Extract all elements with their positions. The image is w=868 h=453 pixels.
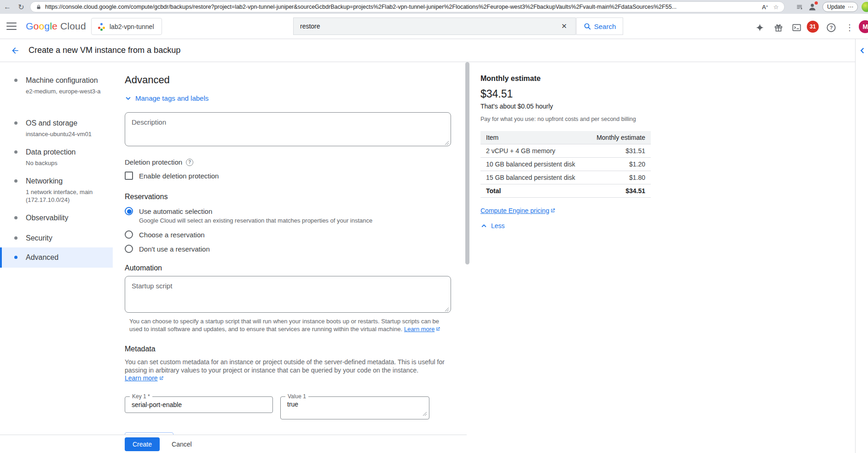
browser-menu-icon[interactable]: ⋯ (848, 4, 853, 10)
sidebar-item-label: Observability (26, 213, 107, 223)
field-label: Value 1 (285, 393, 308, 400)
learn-more-label: Learn more (125, 374, 158, 382)
search-button[interactable]: Search (576, 17, 623, 35)
step-dot-icon (14, 150, 17, 154)
learn-more-link[interactable]: Learn more (125, 374, 164, 382)
external-link-icon (550, 208, 556, 213)
radio-help-text: Google Cloud will select an existing res… (139, 217, 451, 224)
read-aloud-icon[interactable]: Aʻ (762, 4, 768, 11)
estimate-heading: Monthly estimate (480, 75, 651, 83)
nav-menu-icon[interactable] (6, 22, 17, 31)
notification-count: 31 (810, 23, 816, 30)
radio-selected[interactable] (125, 207, 133, 215)
form-scrollbar[interactable] (465, 62, 469, 264)
browser-essentials-icon[interactable] (862, 2, 868, 12)
page-title-bar: Create a new VM instance from a backup (0, 39, 855, 62)
radio-unselected[interactable] (125, 230, 133, 239)
cancel-button[interactable]: Cancel (172, 441, 192, 448)
sidebar-item-sublabel: instance-ubuntu24-vm01 (26, 130, 103, 138)
sidebar-item-observability[interactable]: Observability (0, 208, 113, 228)
page-title: Create a new VM instance from a backup (29, 46, 180, 55)
create-button[interactable]: Create (125, 437, 160, 451)
browser-refresh-icon[interactable]: ↻ (15, 0, 28, 14)
favorites-star-icon[interactable]: ☆ (773, 4, 779, 11)
svg-text:?: ? (830, 25, 833, 30)
step-dot-icon (14, 79, 17, 82)
sidebar-item-os-and-storage[interactable]: OS and storage instance-ubuntu24-vm01 (0, 113, 113, 143)
help-icon[interactable]: ? (825, 22, 837, 34)
description-textarea[interactable] (125, 112, 451, 146)
sidebar-item-sublabel: No backups (26, 159, 103, 167)
reservation-option-none[interactable]: Don't use a reservation (125, 245, 451, 253)
sidebar-item-data-protection[interactable]: Data protection No backups (0, 142, 113, 172)
search-value: restore (300, 23, 559, 30)
sidebar-item-advanced[interactable]: Advanced (0, 247, 113, 268)
sidebar-item-label: Machine configuration (26, 76, 107, 85)
enable-deletion-protection-row[interactable]: Enable deletion protection (125, 172, 451, 180)
search-input[interactable]: restore ✕ (293, 17, 576, 35)
collections-icon[interactable] (796, 3, 803, 11)
learn-more-link[interactable]: Learn more (404, 326, 440, 333)
gemini-icon[interactable] (754, 22, 766, 34)
step-dot-icon (14, 216, 17, 219)
checkbox-label: Enable deletion protection (139, 172, 219, 180)
deletion-protection-heading: Deletion protection (125, 158, 182, 166)
item-cell: 10 GB balanced persistent disk (480, 158, 587, 171)
sidebar-item-label: Networking (26, 177, 107, 186)
browser-update-button[interactable]: Update ⋯ (822, 2, 858, 12)
chevron-down-icon (125, 95, 132, 102)
project-name: lab2-vpn-tunnel (110, 23, 154, 30)
logo-cloud-text: Cloud (60, 21, 86, 32)
account-avatar[interactable]: M (859, 20, 868, 33)
estimate-table: Item Monthly estimate 2 vCPU + 4 GB memo… (480, 131, 651, 198)
sidebar-item-security[interactable]: Security (0, 228, 113, 248)
manage-tags-toggle[interactable]: Manage tags and labels (125, 94, 451, 102)
external-link-icon (435, 327, 440, 332)
external-link-icon (159, 376, 164, 381)
google-cloud-logo[interactable]: Google Cloud (26, 21, 86, 32)
cost-cell: $1.80 (587, 171, 651, 184)
back-arrow-icon (11, 46, 20, 55)
logo-letter: o (39, 21, 44, 32)
sidebar-item-networking[interactable]: Networking 1 network interface, main (17… (0, 171, 113, 209)
chevron-up-icon (480, 223, 487, 229)
step-dot-icon (14, 121, 17, 125)
deletion-protection-checkbox[interactable] (125, 172, 133, 180)
lock-icon (36, 4, 41, 10)
help-tooltip-icon[interactable]: ? (186, 159, 193, 166)
reservation-option-choose[interactable]: Choose a reservation (125, 230, 451, 239)
compute-engine-pricing-link[interactable]: Compute Engine pricing (480, 207, 556, 214)
browser-profile-avatar[interactable] (808, 2, 817, 11)
cloud-shell-icon[interactable] (791, 22, 803, 34)
reservation-option-automatic[interactable]: Use automatic selection (125, 207, 451, 215)
radio-unselected[interactable] (125, 245, 133, 253)
project-icon (98, 23, 105, 30)
search-clear-icon[interactable]: ✕ (559, 22, 569, 30)
collapse-panel-button[interactable] (857, 45, 868, 57)
reservations-heading: Reservations (125, 193, 451, 201)
avatar-letter: M (862, 23, 868, 30)
table-header-row: Item Monthly estimate (480, 131, 651, 144)
metadata-value-input[interactable]: true (281, 397, 429, 419)
column-header-cost: Monthly estimate (587, 131, 651, 144)
metadata-key-field[interactable]: Key 1 * (125, 396, 273, 413)
logo-letter: e (52, 21, 58, 32)
pricing-link-label: Compute Engine pricing (480, 207, 549, 214)
item-cell: 15 GB balanced persistent disk (480, 171, 587, 184)
startup-script-help: You can choose to specify a startup scri… (129, 318, 447, 333)
metadata-value-field[interactable]: Value 1 true (280, 396, 429, 419)
notifications-badge[interactable]: 31 (807, 21, 819, 33)
chevron-left-icon (858, 46, 867, 55)
address-bar[interactable]: https://console.cloud.google.com/compute… (30, 1, 785, 12)
sidebar-item-machine-configuration[interactable]: Machine configuration e2-medium, europe-… (0, 70, 113, 101)
help-text: You can set custom metadata for an insta… (125, 358, 445, 374)
startup-script-textarea[interactable] (125, 276, 451, 313)
back-button[interactable] (7, 43, 23, 58)
free-credits-gift-icon[interactable] (772, 22, 784, 34)
more-options-icon[interactable]: ⋮ (844, 22, 856, 34)
project-selector[interactable]: lab2-vpn-tunnel (91, 18, 162, 35)
browser-back-icon[interactable]: ← (1, 0, 14, 14)
search-button-label: Search (594, 23, 616, 30)
billing-note: Pay for what you use: no upfront costs a… (480, 116, 651, 122)
less-toggle[interactable]: Less (480, 222, 651, 229)
